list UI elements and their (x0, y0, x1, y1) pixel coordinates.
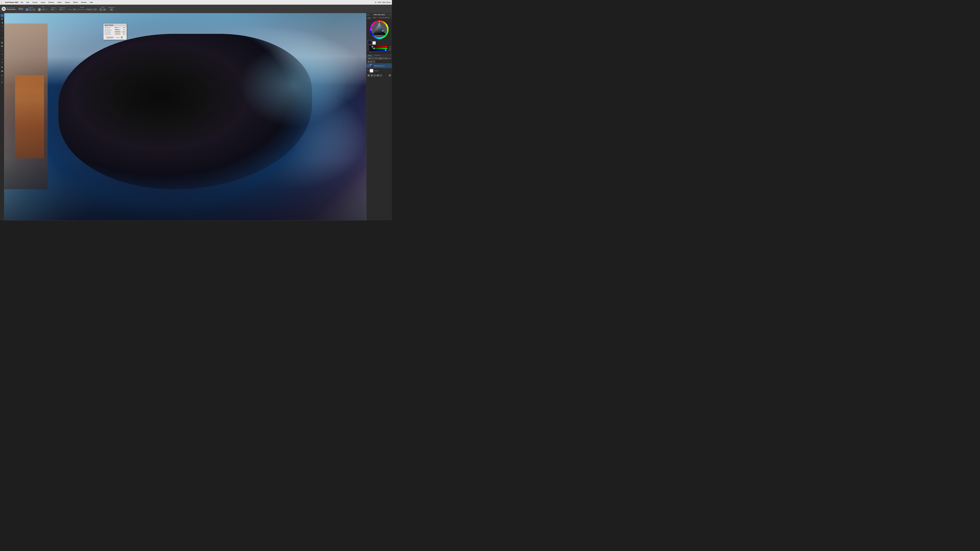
tool-brush[interactable]: ✎ (0, 14, 3, 17)
tab-channels[interactable]: Channels (373, 54, 381, 57)
apple-icon[interactable]:  (2, 1, 2, 3)
layer-icon-new[interactable]: ▢ (373, 60, 375, 63)
layer-visibility-canvas[interactable]: 👁 (368, 70, 369, 71)
shape-settings-btn[interactable]: ⚙ (103, 8, 106, 11)
strength-input[interactable] (59, 8, 65, 11)
tool-zoom[interactable]: 🔍 (0, 66, 3, 69)
shape-circle-btn[interactable]: ◯ (99, 8, 102, 11)
thickness-track[interactable] (115, 27, 121, 28)
layer-name-watercolor: Watercolor Layer 1 (374, 65, 385, 67)
zoom-level: 100% (377, 2, 381, 3)
tool-transform[interactable]: ▣ (0, 41, 3, 44)
scale-size-fill (115, 33, 120, 34)
clumpiness-track[interactable] (115, 29, 121, 30)
stroke-straight-btn[interactable]: ⎯ (29, 8, 32, 11)
tool-magic-wand[interactable]: ✦ (0, 61, 3, 64)
layer-btn-dots[interactable]: ⋯ (380, 74, 382, 77)
media-icon-btn[interactable]: □ (94, 8, 97, 11)
r-slider-thumb[interactable] (372, 46, 373, 47)
hair-scale-track[interactable] (115, 32, 121, 32)
panel-collapse-icon[interactable]: ◆ (368, 14, 369, 15)
layer-btn-new-group[interactable]: ▮ (371, 74, 373, 77)
scale-size-track[interactable] (115, 33, 121, 35)
tool-crop[interactable]: ▦ (0, 44, 3, 48)
menu-select[interactable]: Select (57, 1, 62, 3)
clumpiness-fill (115, 29, 119, 30)
size-input[interactable] (42, 8, 48, 11)
tool-layer-tools[interactable]: ❐ (0, 81, 3, 84)
layer-btn-lock[interactable]: 🔒 (376, 74, 379, 77)
layer-visibility-watercolor[interactable]: 👁 (368, 65, 369, 67)
popup-actions: Scale Size Panel: ⚙ (103, 35, 127, 40)
opacity-controls (50, 8, 57, 11)
opacity-section: Opacity (49, 5, 57, 13)
tool-dodge[interactable]: ○ (0, 33, 3, 36)
merge-mode-select[interactable]: Default (86, 8, 94, 11)
menu-file[interactable]: File (20, 1, 24, 3)
blend-option-select[interactable]: Ignore (378, 57, 388, 59)
scale-size-button[interactable]: Scale Size (106, 36, 114, 38)
layer-icon-grid[interactable]: ▦ (368, 60, 370, 63)
menu-effects[interactable]: Effects (73, 1, 79, 3)
panel-header: ◆ Color and Layers ≡ (366, 13, 392, 16)
hair-scale-fill (115, 32, 121, 32)
menu-shapes[interactable]: Shapes (64, 1, 71, 3)
reset-button[interactable]: Reset (18, 8, 24, 10)
r-slider-track[interactable] (369, 46, 387, 47)
menu-canvas[interactable]: Canvas (32, 1, 38, 3)
secondary-color-swatch[interactable] (372, 41, 376, 44)
primary-color-swatch[interactable] (368, 40, 372, 44)
canvas-area[interactable]: Static Bristle Thickness: 40% Clumpiness… (4, 13, 366, 221)
b-slider-track[interactable] (369, 49, 387, 51)
b-slider-thumb[interactable] (385, 49, 386, 51)
menu-brushes[interactable]: Brushes (48, 1, 55, 3)
stroke-label: Stroke (28, 7, 33, 8)
glazing-input[interactable] (72, 8, 78, 11)
stroke-bezier-btn[interactable]: ∿ (32, 8, 36, 11)
tab-color-set-libraries[interactable]: Color Set Libraries (377, 16, 391, 19)
tool-pen[interactable]: ✏ (0, 52, 3, 56)
extra-dots: • • • (369, 51, 391, 53)
menu-help[interactable]: Help (89, 1, 94, 3)
tab-layers[interactable]: Layers (366, 54, 373, 57)
brush-icon (2, 7, 6, 11)
advanced-btn[interactable]: ⚙ (110, 8, 113, 11)
color-wheel-inner (371, 22, 387, 37)
layer-btn-delete[interactable]: 🗑 (389, 74, 391, 77)
strength-controls (59, 8, 65, 11)
menu-edit[interactable]: Edit (25, 1, 30, 3)
g-slider-track[interactable] (369, 48, 387, 49)
color-wheel-wrapper[interactable] (370, 21, 389, 39)
tool-clone[interactable]: ◡ (0, 57, 3, 61)
tool-blend[interactable]: ∿ (0, 36, 3, 40)
size-preview (38, 8, 41, 11)
g-slider-thumb[interactable] (374, 48, 375, 49)
layer-icon-group[interactable]: ▮ (370, 60, 372, 63)
layer-item-canvas[interactable]: 👁 Canvas (366, 68, 392, 73)
layers-icons-row: ▦ ▮ ▢ (366, 60, 392, 63)
tool-fill[interactable]: ◢ (0, 21, 3, 24)
tool-selection[interactable]: □ (0, 78, 3, 81)
tool-shapes[interactable]: ■ (0, 74, 3, 77)
r-label: R (368, 46, 369, 47)
menu-layers[interactable]: Layers (40, 1, 46, 3)
tool-eraser[interactable]: ◻ (0, 24, 3, 27)
tool-smear[interactable]: ∾ (0, 29, 3, 32)
stroke-freehand-btn[interactable]: ∣ (25, 8, 29, 11)
tool-eyedropper[interactable]: 🛤 (0, 17, 3, 21)
tool-palette: ✎ 🛤 ◢ ◻ ∾ ○ ∿ ▣ ▦ T ✏ ◡ ✦ 🔍 ✍ ■ □ ❐ (0, 13, 4, 221)
tool-text[interactable]: T (0, 49, 3, 52)
blend-mode-select[interactable]: Gel (368, 57, 377, 59)
layer-item-watercolor[interactable]: 👁 Watercolor Layer 1 (366, 63, 392, 68)
layer-btn-new[interactable]: ◻ (374, 74, 376, 77)
panel-gear-icon[interactable]: ⚙ (121, 36, 123, 38)
menu-bar-right: ⌘ 100% Wed 1:35 pm (375, 2, 391, 3)
tab-color[interactable]: Color (366, 16, 372, 19)
opacity-input[interactable] (50, 8, 57, 11)
panel-menu-icon[interactable]: ≡ (390, 14, 391, 16)
menu-window[interactable]: Window (81, 1, 87, 3)
layer-btn-composite[interactable]: ▦ (368, 74, 370, 77)
app-name: Corel Painter 2020 (5, 2, 18, 3)
tool-hand[interactable]: ✍ (0, 69, 3, 72)
tab-mixer[interactable]: Mixer (372, 16, 377, 19)
